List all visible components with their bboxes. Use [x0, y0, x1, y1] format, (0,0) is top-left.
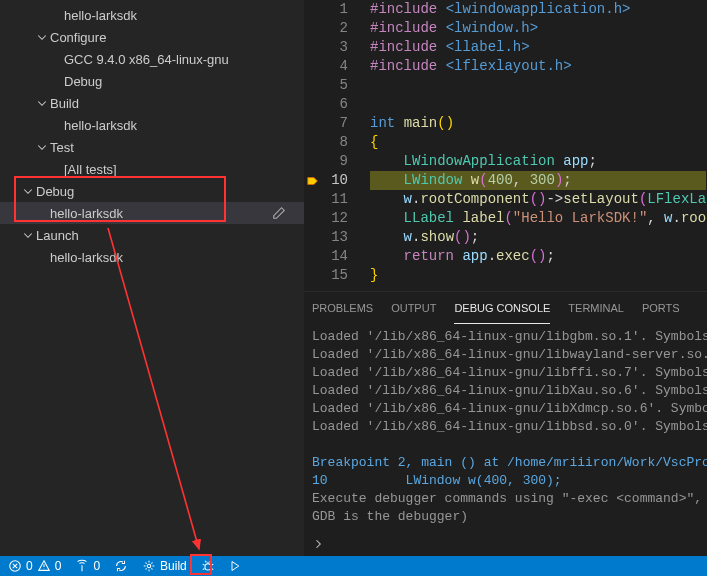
line-number[interactable]: 9: [304, 152, 348, 171]
chevron-down-icon: [34, 139, 50, 155]
tree-item-debug[interactable]: Debug: [0, 180, 304, 202]
console-line: [312, 436, 699, 454]
play-icon: [229, 560, 241, 572]
debug-console-input[interactable]: [304, 532, 707, 556]
status-errors[interactable]: 0 0: [8, 559, 61, 573]
code-line[interactable]: LWindowApplication app;: [370, 152, 706, 171]
code-line[interactable]: LLabel label("Hello LarkSDK!", w.roo: [370, 209, 706, 228]
tree-item-label: hello-larksdk: [50, 250, 123, 265]
tree-item-launch[interactable]: Launch: [0, 224, 304, 246]
tree-item-hello-larksdk[interactable]: hello-larksdk: [0, 246, 304, 268]
line-number[interactable]: 8: [304, 133, 348, 152]
console-line: 10 LWindow w(400, 300);: [312, 472, 699, 490]
code-line[interactable]: [370, 76, 706, 95]
status-debug[interactable]: [201, 559, 215, 573]
error-icon: [8, 559, 22, 573]
panel-tab-terminal[interactable]: TERMINAL: [568, 292, 624, 324]
build-label: Build: [160, 559, 187, 573]
console-line: Loaded '/lib/x86_64-linux-gnu/libgbm.so.…: [312, 328, 699, 346]
console-line: Loaded '/lib/x86_64-linux-gnu/libwayland…: [312, 346, 699, 364]
chevron-down-icon: [20, 227, 36, 243]
tree-item-label: Debug: [64, 74, 102, 89]
code-line[interactable]: int main(): [370, 114, 706, 133]
line-number[interactable]: 12: [304, 209, 348, 228]
chevron-right-icon: [312, 538, 324, 550]
status-build[interactable]: Build: [142, 559, 187, 573]
tree-item-gcc-9-4-0-x86-64-linux-gnu[interactable]: GCC 9.4.0 x86_64-linux-gnu: [0, 48, 304, 70]
tree-item-configure[interactable]: Configure: [0, 26, 304, 48]
breakpoint-current-icon[interactable]: [304, 171, 322, 190]
line-number[interactable]: 11: [304, 190, 348, 209]
debug-console-output[interactable]: Loaded '/lib/x86_64-linux-gnu/libgbm.so.…: [304, 324, 707, 532]
console-line: Breakpoint 2, main () at /home/mriiiron/…: [312, 454, 699, 472]
line-number[interactable]: 3: [304, 38, 348, 57]
console-line: Loaded '/lib/x86_64-linux-gnu/libffi.so.…: [312, 364, 699, 382]
tree-item-build[interactable]: Build: [0, 92, 304, 114]
status-run[interactable]: [229, 560, 241, 572]
chevron-down-icon: [34, 29, 50, 45]
code-content[interactable]: #include <lwindowapplication.h>#include …: [366, 0, 706, 291]
line-number[interactable]: 7: [304, 114, 348, 133]
tree-item-test[interactable]: Test: [0, 136, 304, 158]
status-sync[interactable]: [114, 559, 128, 573]
sync-icon: [114, 559, 128, 573]
code-line[interactable]: LWindow w(400, 300);: [370, 171, 706, 190]
code-editor[interactable]: 123456789101112131415 #include <lwindowa…: [304, 0, 707, 291]
bottom-panel: PROBLEMSOUTPUTDEBUG CONSOLETERMINALPORTS…: [304, 291, 707, 556]
code-line[interactable]: #include <lwindowapplication.h>: [370, 0, 706, 19]
code-line[interactable]: w.show();: [370, 228, 706, 247]
warning-icon: [37, 559, 51, 573]
tree-item-hello-larksdk[interactable]: hello-larksdk: [0, 202, 304, 224]
line-number[interactable]: 5: [304, 76, 348, 95]
warning-count: 0: [55, 559, 62, 573]
code-line[interactable]: #include <lwindow.h>: [370, 19, 706, 38]
panel-tab-output[interactable]: OUTPUT: [391, 292, 436, 324]
chevron-down-icon: [34, 95, 50, 111]
svg-point-1: [147, 564, 151, 568]
tree-item-label: hello-larksdk: [64, 118, 137, 133]
tree-item-hello-larksdk[interactable]: hello-larksdk: [0, 114, 304, 136]
ports-count: 0: [93, 559, 100, 573]
console-line: Loaded '/lib/x86_64-linux-gnu/libbsd.so.…: [312, 418, 699, 436]
panel-tabs: PROBLEMSOUTPUTDEBUG CONSOLETERMINALPORTS: [304, 292, 707, 324]
line-number[interactable]: 2: [304, 19, 348, 38]
console-line: Loaded '/lib/x86_64-linux-gnu/libXau.so.…: [312, 382, 699, 400]
line-number[interactable]: 4: [304, 57, 348, 76]
code-line[interactable]: return app.exec();: [370, 247, 706, 266]
tree-item-label: hello-larksdk: [64, 8, 137, 23]
tree-item-label: Build: [50, 96, 79, 111]
tree-item-debug[interactable]: Debug: [0, 70, 304, 92]
gear-icon: [142, 559, 156, 573]
code-line[interactable]: #include <llabel.h>: [370, 38, 706, 57]
sidebar: hello-larksdkConfigureGCC 9.4.0 x86_64-l…: [0, 0, 304, 556]
code-line[interactable]: #include <lflexlayout.h>: [370, 57, 706, 76]
console-line: Execute debugger commands using "-exec <…: [312, 490, 699, 508]
svg-point-2: [205, 564, 211, 570]
line-number[interactable]: 6: [304, 95, 348, 114]
code-line[interactable]: }: [370, 266, 706, 285]
tree-item-label: Debug: [36, 184, 74, 199]
line-number[interactable]: 1: [304, 0, 348, 19]
code-line[interactable]: w.rootComponent()->setLayout(LFlexLa: [370, 190, 706, 209]
panel-tab-ports[interactable]: PORTS: [642, 292, 680, 324]
panel-tab-debug-console[interactable]: DEBUG CONSOLE: [454, 292, 550, 324]
editor-area: 123456789101112131415 #include <lwindowa…: [304, 0, 707, 556]
status-ports[interactable]: 0: [75, 559, 100, 573]
console-line: Loaded '/lib/x86_64-linux-gnu/libXdmcp.s…: [312, 400, 699, 418]
line-number-gutter[interactable]: 123456789101112131415: [304, 0, 366, 291]
line-number[interactable]: 15: [304, 266, 348, 285]
antenna-icon: [75, 559, 89, 573]
tree-item--all-tests-[interactable]: [All tests]: [0, 158, 304, 180]
tree-item-label: Configure: [50, 30, 106, 45]
pencil-icon[interactable]: [272, 206, 286, 220]
line-number[interactable]: 14: [304, 247, 348, 266]
chevron-down-icon: [20, 183, 36, 199]
panel-tab-problems[interactable]: PROBLEMS: [312, 292, 373, 324]
tree-item-label: [All tests]: [64, 162, 117, 177]
code-line[interactable]: {: [370, 133, 706, 152]
line-number[interactable]: 13: [304, 228, 348, 247]
console-line: GDB is the debugger): [312, 508, 699, 526]
tree-item-label: GCC 9.4.0 x86_64-linux-gnu: [64, 52, 229, 67]
code-line[interactable]: [370, 95, 706, 114]
tree-item-hello-larksdk[interactable]: hello-larksdk: [0, 4, 304, 26]
